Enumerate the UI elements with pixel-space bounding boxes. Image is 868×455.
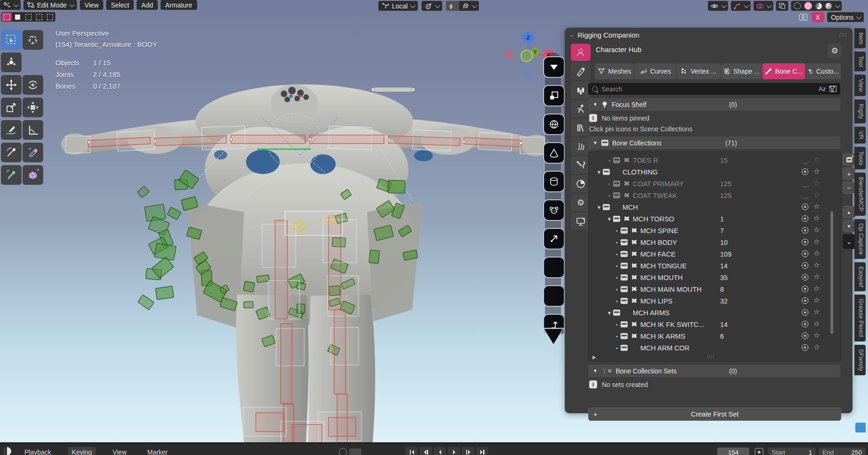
gizmos-dropdown[interactable] (731, 1, 751, 11)
favorite-star-icon[interactable]: ☆ (814, 319, 820, 328)
tool-bone-envelope[interactable] (23, 143, 43, 162)
visibility-eye-closed-icon[interactable] (802, 194, 809, 199)
rail-waves-tab[interactable] (571, 137, 591, 155)
rail-weights-tab[interactable] (571, 81, 591, 99)
rail-gear-tab[interactable]: ⚙ (571, 194, 591, 211)
visibility-eye-open-icon[interactable] (802, 274, 808, 281)
bone-collection-row[interactable]: ▼MCH ARMS☆ (589, 307, 841, 318)
tool-bone-roll[interactable] (1, 143, 22, 162)
shading-dropdown-chevron[interactable] (835, 2, 840, 8)
visibility-eye-open-icon[interactable] (802, 286, 808, 292)
favorite-star-icon[interactable]: ☆ (814, 190, 820, 199)
visibility-eye-closed-icon[interactable] (802, 182, 809, 187)
hub-tab-shape[interactable]: Shape ... (721, 63, 762, 79)
hub-tab-meshes[interactable]: Meshes (595, 63, 634, 79)
list-resize-grip[interactable]: ∷∷ (707, 354, 714, 360)
bone-collection-row[interactable]: ▼MCH☆ (589, 201, 841, 213)
favorite-star-icon[interactable]: ☆ (814, 296, 820, 304)
visibility-eye-open-icon[interactable] (802, 297, 808, 304)
visibility-eye-open-icon[interactable] (802, 262, 808, 269)
panel-collapse-chevron[interactable]: ⌄ (569, 32, 574, 38)
focus-shelf-chevron[interactable]: ▼ (593, 102, 598, 107)
mode-selector[interactable]: Edit Mode (23, 0, 77, 10)
add-button[interactable]: + (843, 167, 855, 180)
rail-tools-tab[interactable] (571, 156, 591, 174)
timeline-menu-marker[interactable]: Marker (144, 447, 172, 455)
transport-next-keyframe-button[interactable] (462, 447, 474, 455)
timeline-filter-box[interactable] (349, 448, 361, 455)
favorite-star-icon[interactable]: ☆ (814, 237, 820, 246)
hub-tab-vertex[interactable]: Vertex ... (676, 63, 720, 79)
timeline-menu-view[interactable]: View (109, 447, 131, 455)
quick-copy-button[interactable] (543, 85, 565, 106)
quick-chevron-down-button[interactable] (543, 56, 565, 78)
transport-jump-to-start-button[interactable] (406, 447, 418, 455)
visibility-eye-open-icon[interactable] (802, 215, 808, 222)
hub-tab-custo[interactable]: Custo... (806, 63, 841, 79)
sidebar-tab-blendermcp[interactable]: BlenderMCP (854, 173, 866, 216)
sidebar-tab-easyref[interactable]: Easyref (854, 262, 866, 291)
move-down-button[interactable]: ▼ (843, 220, 855, 232)
start-frame-field[interactable]: Start 1 (768, 447, 816, 455)
quick-slot-7-button[interactable] (543, 257, 565, 278)
search-bar[interactable]: Search Az (588, 83, 840, 95)
bone-collection-row[interactable]: •TOES R15☆ (589, 154, 841, 166)
select-mode-edge[interactable] (12, 13, 23, 21)
hub-tab-curves[interactable]: Curves (635, 63, 676, 79)
rail-display-tab[interactable] (571, 212, 591, 230)
timeline-editor-icon[interactable] (3, 447, 11, 455)
sidebar-tab-tool[interactable]: Tool (854, 52, 866, 71)
menu-select[interactable]: Select (106, 0, 134, 10)
end-frame-field[interactable]: End 250 (819, 447, 866, 455)
favorite-star-icon[interactable]: ☆ (814, 343, 820, 351)
bone-collection-row[interactable]: •MCH FACE109☆ (589, 248, 841, 260)
x-mirror-toggle[interactable]: X (812, 12, 824, 22)
bone-collections-chevron[interactable]: ▼ (593, 140, 598, 145)
select-mode-vertex[interactable] (1, 13, 12, 21)
tool-bone-cube[interactable] (23, 165, 43, 185)
favorite-star-icon[interactable]: ☆ (814, 155, 820, 164)
sidebar-tab-rigify[interactable]: Rigify (854, 99, 866, 123)
tool-move[interactable] (1, 75, 22, 95)
favorite-star-icon[interactable]: ☆ (814, 202, 820, 211)
bone-collection-row[interactable]: •MCH MOUTH35☆ (589, 272, 841, 283)
visibility-eye-open-icon[interactable] (802, 309, 808, 316)
panel-grip[interactable]: ∷∷ (839, 32, 847, 38)
timeline-search-icon[interactable] (339, 448, 347, 455)
remove-button[interactable]: − (843, 182, 855, 194)
xray-toggle[interactable] (776, 1, 788, 11)
visibility-eye-closed-icon[interactable] (802, 159, 809, 164)
transport-play-forward-button[interactable] (448, 447, 460, 455)
panel-header[interactable]: ⌄ Rigging Companion ∷∷ (565, 28, 853, 42)
visibility-eye-open-icon[interactable] (802, 239, 808, 245)
bone-collections-header[interactable]: ▼ Bone Collections (71) (588, 136, 840, 149)
list-scrollbar[interactable] (830, 211, 833, 334)
visibility-eye-open-icon[interactable] (802, 204, 808, 210)
sets-chevron[interactable]: ▼ (593, 368, 598, 373)
quick-cylinder-button[interactable] (543, 171, 565, 192)
quick-globe-button[interactable] (543, 114, 565, 135)
rail-brush-tab[interactable] (571, 62, 591, 80)
hub-settings-button[interactable]: ⚙ (828, 44, 842, 58)
shading-solid-button[interactable] (804, 2, 812, 10)
tool-scale[interactable] (1, 98, 22, 117)
quick-creature-button[interactable] (543, 199, 565, 221)
tool-bone-extrude[interactable] (1, 165, 22, 185)
pivot-point-dropdown[interactable] (422, 1, 442, 11)
bone-collection-row[interactable]: ▼CLOTHING☆ (589, 166, 841, 178)
bone-collection-row[interactable]: •MCH BODY10☆ (589, 236, 841, 248)
visibility-eye-open-icon[interactable] (802, 321, 808, 327)
sidebar-tab-sfamily[interactable]: SFamily (854, 345, 866, 375)
expand-chevron[interactable]: ▼ (595, 205, 603, 210)
favorite-star-icon[interactable]: ☆ (814, 261, 820, 269)
tool-select-box[interactable] (1, 30, 22, 50)
select-mode-face-dot[interactable] (34, 13, 44, 21)
bone-collection-row[interactable]: •COAT TWEAK125☆ (589, 190, 841, 201)
sidebar-tab-view[interactable]: View (854, 75, 866, 96)
visibility-dropdown[interactable] (708, 1, 728, 11)
blenderkit-tab[interactable] (855, 423, 866, 432)
quick-arrow-up-right-button[interactable] (543, 228, 565, 250)
favorite-star-icon[interactable]: ☆ (814, 214, 820, 222)
transport-jump-to-end-button[interactable] (476, 447, 488, 455)
orientation-dropdown[interactable]: Local (378, 1, 418, 11)
